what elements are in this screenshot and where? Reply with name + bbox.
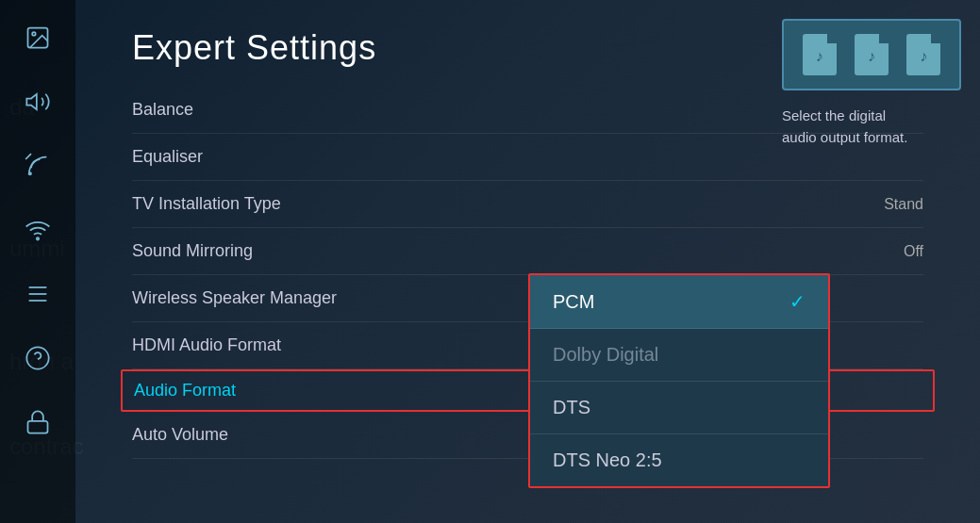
menu-item-sound-mirroring-label: Sound Mirroring [132, 241, 253, 261]
music-note-2: ♪ [868, 48, 875, 65]
svg-point-4 [29, 172, 31, 174]
menu-item-balance-label: Balance [132, 100, 193, 120]
menu-item-tv-installation-value: Stand [884, 196, 923, 213]
audio-format-dropdown: PCM ✓ Dolby Digital DTS DTS Neo 2:5 [528, 273, 830, 488]
dropdown-dts-label: DTS [553, 397, 590, 418]
svg-marker-2 [26, 94, 36, 109]
dropdown-dts-neo-label: DTS Neo 2:5 [553, 449, 662, 471]
dropdown-option-dts[interactable]: DTS [530, 382, 828, 434]
sidebar [0, 0, 75, 523]
checkmark-icon: ✓ [789, 290, 806, 313]
sidebar-icon-support[interactable] [19, 339, 57, 377]
info-panel: ♪ ♪ ♪ Select the digital audio output fo… [782, 19, 961, 148]
menu-item-sound-mirroring-value: Off [904, 243, 923, 260]
svg-point-5 [37, 237, 39, 239]
music-note-1: ♪ [816, 48, 823, 65]
menu-item-equaliser-label: Equaliser [132, 147, 203, 167]
sidebar-icon-network[interactable] [19, 211, 57, 249]
info-description: Select the digital audio output format. [782, 106, 961, 148]
menu-item-tv-installation-label: TV Installation Type [132, 194, 281, 214]
info-text-line1: Select the digital [782, 107, 886, 123]
dropdown-pcm-label: PCM [553, 291, 594, 313]
sidebar-icon-tools[interactable] [19, 275, 57, 313]
dropdown-dolby-label: Dolby Digital [553, 344, 658, 366]
menu-item-auto-volume-label: Auto Volume [132, 425, 228, 445]
sidebar-icon-picture[interactable] [19, 19, 57, 57]
dropdown-option-pcm[interactable]: PCM ✓ [530, 275, 828, 329]
svg-line-3 [25, 154, 31, 159]
svg-point-1 [32, 32, 36, 36]
info-text-line2: audio output format. [782, 129, 907, 145]
info-icon-box: ♪ ♪ ♪ [782, 19, 961, 90]
sidebar-icon-lock[interactable] [19, 403, 57, 441]
music-note-3: ♪ [920, 48, 927, 65]
svg-point-9 [26, 347, 48, 368]
menu-item-wireless-speaker-label: Wireless Speaker Manager [132, 288, 337, 308]
file-icon-1: ♪ [803, 34, 837, 75]
sidebar-icon-satellite[interactable] [19, 147, 57, 185]
dropdown-option-dts-neo[interactable]: DTS Neo 2:5 [530, 434, 828, 486]
menu-item-tv-installation[interactable]: TV Installation Type Stand [132, 181, 923, 228]
dropdown-option-dolby[interactable]: Dolby Digital [530, 329, 828, 382]
file-icon-3: ♪ [906, 34, 940, 75]
menu-item-audio-format-label: Audio Format [134, 381, 236, 400]
file-icon-2: ♪ [855, 34, 889, 75]
menu-item-sound-mirroring[interactable]: Sound Mirroring Off [132, 228, 923, 275]
sidebar-icon-sound[interactable] [19, 83, 57, 121]
menu-item-hdmi-audio-label: HDMI Audio Format [132, 335, 281, 355]
svg-rect-11 [28, 421, 48, 433]
